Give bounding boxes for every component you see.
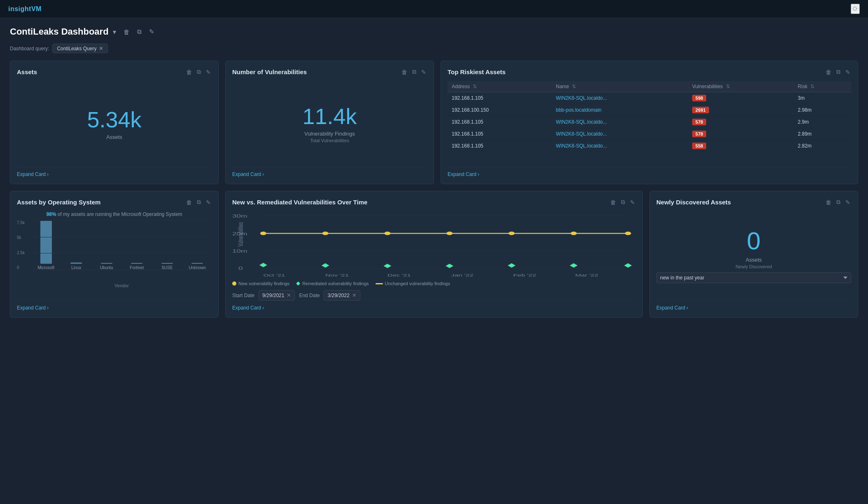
newly-discovered-expand-button[interactable]: Expand Card › xyxy=(656,305,688,311)
vulns-edit-button[interactable]: ✎ xyxy=(420,68,427,76)
col-risk[interactable]: Risk ⇅ xyxy=(794,81,851,92)
svg-marker-23 xyxy=(259,263,267,267)
end-date-input[interactable]: 3/29/2022 ✕ xyxy=(324,290,360,300)
assets-card-body: 5.34k Assets xyxy=(17,81,212,167)
svg-text:Nov '21: Nov '21 xyxy=(325,273,349,277)
chart-grid xyxy=(32,220,212,270)
svg-marker-25 xyxy=(384,264,392,268)
edit-dashboard-button[interactable]: ✎ xyxy=(147,27,156,36)
legend-remediated-dot xyxy=(296,281,300,286)
dashboard-dropdown-icon[interactable]: ▾ xyxy=(113,28,116,36)
vulns-delete-button[interactable]: 🗑 xyxy=(401,68,408,76)
newly-discovered-time-select[interactable]: new in the past year new in the past mon… xyxy=(656,272,851,283)
svg-point-19 xyxy=(446,232,453,235)
riskiest-table: Address ⇅ Name ⇅ Vulnerabilities ⇅ Risk … xyxy=(448,81,851,152)
col-address[interactable]: Address ⇅ xyxy=(448,81,552,92)
vuln-time-chart: 30m 20m 10m 0 Oct '21 Nov '21 Dec '21 Ja… xyxy=(232,211,636,277)
col-name[interactable]: Name ⇅ xyxy=(552,81,688,92)
svg-text:0: 0 xyxy=(238,266,243,271)
newly-copy-button[interactable]: ⧉ xyxy=(835,198,841,206)
top-riskiest-title: Top Riskiest Assets xyxy=(448,68,506,75)
riskiest-expand-button[interactable]: Expand Card › xyxy=(448,171,479,177)
cell-vulns: 578 xyxy=(688,116,793,128)
cell-name[interactable]: WIN2K8-SQL.localdo... xyxy=(552,128,688,140)
start-date-label: Start Date xyxy=(232,293,254,298)
cell-address: 192.168.1.105 xyxy=(448,128,552,140)
svg-marker-28 xyxy=(570,263,578,268)
cell-name[interactable]: WIN2K8-SQL.localdo... xyxy=(552,92,688,104)
assets-card-footer: Expand Card › xyxy=(17,167,212,177)
riskiest-edit-button[interactable]: ✎ xyxy=(845,68,851,76)
cell-address: 192.168.1.105 xyxy=(448,140,552,152)
os-card-body: 98% of my assets are running the Microso… xyxy=(17,211,212,300)
svg-marker-27 xyxy=(508,263,516,268)
date-range: Start Date 9/29/2021 ✕ End Date 3/29/202… xyxy=(232,290,636,300)
svg-point-22 xyxy=(625,232,631,235)
dashboard-title: ContiLeaks Dashboard xyxy=(10,26,109,37)
start-date-input[interactable]: 9/29/2021 ✕ xyxy=(259,290,295,300)
vuln-time-edit-button[interactable]: ✎ xyxy=(629,198,636,206)
newly-discovered-title: Newly Discovered Assets xyxy=(656,199,731,206)
cell-name[interactable]: bbb-pos.localdomain xyxy=(552,104,688,116)
cell-risk: 3m xyxy=(794,92,851,104)
vuln-time-card: New vs. Remediated Vulnerabilities Over … xyxy=(225,191,643,318)
vulnerabilities-card-body: 11.4k Vulnerability Findings Total Vulne… xyxy=(232,81,427,167)
assets-label: Assets xyxy=(106,134,122,140)
filter-bar: Dashboard query: ContiLeaks Query ✕ xyxy=(10,44,858,53)
assets-delete-button[interactable]: 🗑 xyxy=(185,68,193,76)
vulnerabilities-sublabel: Total Vulnerabilities xyxy=(310,138,349,143)
os-delete-button[interactable]: 🗑 xyxy=(185,198,193,206)
vuln-time-expand-button[interactable]: Expand Card › xyxy=(232,305,264,311)
dashboard-actions: 🗑 ⧉ ✎ xyxy=(122,27,156,36)
cell-name[interactable]: WIN2K8-SQL.localdo... xyxy=(552,140,688,152)
newly-discovered-label: Assets xyxy=(746,257,762,263)
copy-dashboard-button[interactable]: ⧉ xyxy=(135,27,143,36)
top-riskiest-header: Top Riskiest Assets 🗑 ⧉ ✎ xyxy=(448,68,851,76)
cell-risk: 2.98m xyxy=(794,104,851,116)
delete-dashboard-button[interactable]: 🗑 xyxy=(122,27,131,36)
end-date-clear[interactable]: ✕ xyxy=(352,292,357,298)
vulnerabilities-value: 11.4k xyxy=(302,105,357,127)
newly-edit-button[interactable]: ✎ xyxy=(845,198,851,206)
os-edit-button[interactable]: ✎ xyxy=(205,198,212,206)
col-vulns[interactable]: Vulnerabilities ⇅ xyxy=(688,81,793,92)
assets-edit-button[interactable]: ✎ xyxy=(205,68,212,76)
svg-text:Jan '22: Jan '22 xyxy=(451,273,473,277)
cell-vulns: 578 xyxy=(688,128,793,140)
filter-close-icon[interactable]: ✕ xyxy=(99,45,103,52)
os-copy-button[interactable]: ⧉ xyxy=(196,198,202,206)
vuln-time-body: 30m 20m 10m 0 Oct '21 Nov '21 Dec '21 Ja… xyxy=(232,211,636,300)
vuln-time-delete-button[interactable]: 🗑 xyxy=(609,198,617,206)
legend-new-label: New vulnerability findings xyxy=(238,281,289,286)
os-note-text: of my assets are running the Microsoft O… xyxy=(58,211,182,217)
cell-address: 192.168.1.105 xyxy=(448,116,552,128)
vulns-copy-button[interactable]: ⧉ xyxy=(411,68,417,76)
os-card-icons: 🗑 ⧉ ✎ xyxy=(185,198,212,206)
cell-name[interactable]: WIN2K8-SQL.localdo... xyxy=(552,116,688,128)
assets-copy-button[interactable]: ⧉ xyxy=(196,68,202,76)
os-card-header: Assets by Operating System 🗑 ⧉ ✎ xyxy=(17,198,212,206)
cell-address: 192.168.1.105 xyxy=(448,92,552,104)
user-menu-button[interactable]: ⛭ xyxy=(851,4,860,14)
vulnerabilities-card-footer: Expand Card › xyxy=(232,167,427,177)
riskiest-copy-button[interactable]: ⧉ xyxy=(835,68,841,76)
vuln-time-copy-button[interactable]: ⧉ xyxy=(620,198,626,206)
assets-expand-button[interactable]: Expand Card › xyxy=(17,171,49,177)
riskiest-delete-button[interactable]: 🗑 xyxy=(825,68,832,76)
table-row: 192.168.1.105 WIN2K8-SQL.localdo... 578 … xyxy=(448,116,851,128)
os-chart-note: 98% of my assets are running the Microso… xyxy=(17,211,212,217)
os-expand-button[interactable]: Expand Card › xyxy=(17,305,49,311)
vulnerabilities-card-header: Number of Vulnerabilities 🗑 ⧉ ✎ xyxy=(232,68,427,76)
os-bar-chart: 7.5k 5k 2.5k 0 Microso xyxy=(17,220,212,282)
vuln-time-icons: 🗑 ⧉ ✎ xyxy=(609,198,636,206)
legend-unchanged: Unchanged vulnerability findings xyxy=(376,281,450,286)
svg-text:Vulnerabilities: Vulnerabilities xyxy=(237,222,245,246)
newly-delete-button[interactable]: 🗑 xyxy=(825,198,832,206)
start-date-clear[interactable]: ✕ xyxy=(287,292,291,298)
table-row: 192.168.1.105 WIN2K8-SQL.localdo... 578 … xyxy=(448,128,851,140)
app-logo: insightVM xyxy=(8,5,42,13)
vulnerabilities-expand-button[interactable]: Expand Card › xyxy=(232,171,264,177)
top-riskiest-card: Top Riskiest Assets 🗑 ⧉ ✎ Address ⇅ Name… xyxy=(441,61,858,184)
os-x-axis-title: Vendor xyxy=(32,283,212,288)
cell-vulns: 558 xyxy=(688,140,793,152)
